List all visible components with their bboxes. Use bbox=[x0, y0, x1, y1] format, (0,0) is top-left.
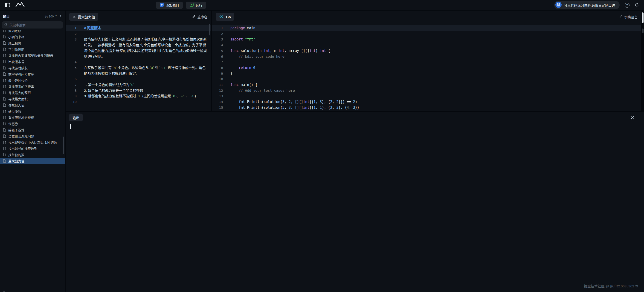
problem-line[interactable]: 5在某款手游里共有 `n` 个角色。这些角色从 `0` 到 `n-1` 进行编号… bbox=[66, 65, 211, 76]
problem-list-item[interactable]: 寻找原来的字符串 bbox=[0, 83, 65, 89]
scrollbar-thumb[interactable] bbox=[63, 137, 64, 154]
file-icon bbox=[3, 103, 6, 107]
file-icon bbox=[3, 53, 6, 57]
problem-list-item[interactable]: 最大战力值 bbox=[0, 158, 65, 164]
topbar-actions: 添加题目 运行 bbox=[156, 1, 206, 9]
sidebar-title: 题目 bbox=[3, 14, 10, 19]
problem-list-item[interactable]: 最小趋同代价 bbox=[0, 77, 65, 83]
problem-list-item[interactable]: 找出最长的神奇数列 bbox=[0, 145, 65, 152]
bell-icon[interactable] bbox=[634, 3, 639, 7]
line-text: # 问题描述 bbox=[82, 25, 211, 31]
problem-list-item[interactable]: 寻找最大值 bbox=[0, 102, 65, 108]
problem-list-item[interactable]: 线上报警 bbox=[0, 40, 65, 46]
problem-list-item-label: 线上报警 bbox=[8, 41, 21, 45]
code-line[interactable]: 6 // Edit your code here bbox=[212, 54, 641, 59]
output-tab[interactable]: 输出 bbox=[69, 114, 83, 121]
problem-list-item[interactable]: 寻找最大面积 bbox=[0, 96, 65, 102]
problem-panel: 最大战力值 重命名 1# 问题描述23疫情使得人们线下社交隔离,进而刺激了宅娱乐… bbox=[66, 10, 211, 111]
problem-list-item[interactable]: 数列还原 bbox=[0, 30, 65, 33]
problem-list-item[interactable]: 小明的书柜 bbox=[0, 33, 65, 40]
code-editor[interactable]: 1package main23import "fmt"45func soluti… bbox=[212, 23, 641, 111]
code-line[interactable]: 11func main() { bbox=[212, 82, 641, 88]
problem-list-item[interactable]: 英雄组合游戏问题 bbox=[0, 133, 65, 139]
code-line[interactable]: 14 fmt.Println(solution(3, 2, [][]int{{1… bbox=[212, 99, 641, 105]
file-icon bbox=[3, 291, 6, 292]
scrollbar-thumb[interactable] bbox=[209, 24, 210, 35]
problem-list-item[interactable]: 比较版本号 bbox=[0, 58, 65, 65]
code-line[interactable]: 2 bbox=[212, 31, 641, 37]
scrollbar-thumb[interactable] bbox=[642, 28, 644, 33]
file-icon bbox=[3, 72, 6, 76]
problem-list-item[interactable]: 有点限制地走楼梯 bbox=[0, 114, 65, 120]
problem-list-item-label: 数列还原 bbox=[8, 30, 21, 33]
output-console[interactable]: 掘金技术社区 @ 用户21063530279 bbox=[66, 123, 644, 292]
problem-sidebar: 题目 共 100 个 bbox=[0, 10, 65, 292]
file-icon bbox=[3, 66, 6, 70]
code-line[interactable]: 3import "fmt" bbox=[212, 36, 641, 42]
problem-list-item[interactable]: 寻找游戏队友 bbox=[0, 65, 65, 71]
switch-language-button[interactable]: 切换语言 bbox=[619, 14, 638, 19]
code-line[interactable]: 10 bbox=[212, 76, 641, 82]
problem-list-item[interactable]: 优惠券 bbox=[0, 120, 65, 127]
problem-list-item[interactable]: 查找重复的数 bbox=[0, 290, 65, 292]
problem-list: 数列还原小明的书柜线上报警学习新技能寻找包含斐波那契数最多的链表比较版本号寻找游… bbox=[0, 30, 65, 292]
problem-line[interactable]: 6 bbox=[66, 76, 211, 82]
code-line[interactable]: 4 bbox=[212, 42, 641, 48]
problem-list-item[interactable]: 寻找最大的葫芦 bbox=[0, 89, 65, 96]
search-input[interactable] bbox=[10, 23, 60, 27]
code-line[interactable]: 12 // Add your test cases here bbox=[212, 88, 641, 94]
sidebar-header: 题目 共 100 个 bbox=[0, 10, 65, 20]
line-number: 11 bbox=[212, 82, 228, 88]
language-tab-label: Go bbox=[226, 15, 231, 19]
rename-button[interactable]: 重命名 bbox=[192, 14, 208, 19]
file-icon bbox=[3, 159, 6, 163]
collapse-up-icon[interactable] bbox=[59, 14, 62, 18]
line-text: 3. 相邻角色的战力值差距不能超过 `1` (之间的差值可能是 `0`、`+1`… bbox=[82, 93, 211, 99]
line-text: fmt.Println(solution(5, 3, [][]int{{1, 1… bbox=[230, 105, 641, 111]
problem-list-item[interactable]: 数字字母问号排序 bbox=[0, 71, 65, 77]
help-icon[interactable]: ? bbox=[625, 3, 630, 7]
code-line[interactable]: 7 bbox=[212, 59, 641, 65]
problem-editor[interactable]: 1# 问题描述23疫情使得人们线下社交隔离,进而刺激了宅娱乐经济,令手机游戏市场… bbox=[66, 23, 211, 111]
problem-list-item-label: 寻找原来的字符串 bbox=[8, 84, 34, 89]
problem-line[interactable]: 10 bbox=[66, 99, 211, 105]
line-number: 3 bbox=[66, 36, 82, 42]
line-number: 15 bbox=[212, 105, 228, 111]
code-line[interactable]: 8 return 0 bbox=[212, 65, 641, 71]
main-area: 题目 共 100 个 bbox=[0, 10, 644, 292]
code-line[interactable]: 1package main bbox=[212, 25, 641, 31]
problem-list-item-label: 最大战力值 bbox=[8, 159, 24, 163]
line-number: 7 bbox=[212, 59, 228, 65]
line-number: 8 bbox=[212, 65, 228, 71]
problem-list-item[interactable]: 找出整型数组中占比超过 1/N 的数 bbox=[0, 139, 65, 145]
problem-list-item[interactable]: 学习新技能 bbox=[0, 46, 65, 52]
code-line[interactable]: 13 bbox=[212, 93, 641, 99]
add-problem-button[interactable]: 添加题目 bbox=[156, 1, 183, 9]
problem-line[interactable]: 2 bbox=[66, 31, 211, 37]
problem-line[interactable]: 4 bbox=[66, 59, 211, 65]
problem-list-item-label: 摇骰子游戏 bbox=[8, 128, 24, 132]
line-text: 2. 每个角色的战力值是一个非负的整数 bbox=[82, 88, 211, 94]
scrollbar-thumb[interactable] bbox=[642, 12, 644, 23]
problem-tab[interactable]: 最大战力值 bbox=[69, 13, 98, 21]
run-button[interactable]: 运行 bbox=[186, 1, 206, 9]
problem-line[interactable]: 3疫情使得人们线下社交隔离,进而刺激了宅娱乐经济,令手机游戏市场份额再次创新纪录… bbox=[66, 36, 211, 59]
problem-line[interactable]: 93. 相邻角色的战力值差距不能超过 `1` (之间的差值可能是 `0`、`+1… bbox=[66, 93, 211, 99]
code-line[interactable]: 9} bbox=[212, 71, 641, 77]
problem-list-item[interactable]: 硬币凑数 bbox=[0, 108, 65, 114]
close-icon[interactable] bbox=[631, 116, 634, 119]
promo-banner[interactable]: 分享代码练习体验,领限量定制周边 bbox=[554, 1, 620, 9]
sidebar-toggle-icon[interactable] bbox=[5, 3, 10, 7]
problem-list-item[interactable]: 找单独的数 bbox=[0, 152, 65, 158]
file-icon bbox=[3, 85, 6, 88]
problem-line[interactable]: 71. 第一个角色的初始战力值为 `0` bbox=[66, 82, 211, 88]
language-tab[interactable]: Go bbox=[216, 13, 234, 21]
problem-list-item[interactable]: 摇骰子游戏 bbox=[0, 127, 65, 133]
problem-line[interactable]: 1# 问题描述 bbox=[66, 25, 211, 31]
problem-line[interactable]: 82. 每个角色的战力值是一个非负的整数 bbox=[66, 88, 211, 94]
code-line[interactable]: 15 fmt.Println(solution(5, 3, [][]int{{1… bbox=[212, 105, 641, 111]
problem-list-item-label: 硬币凑数 bbox=[8, 109, 21, 114]
problem-list-item-label: 查找重复的数 bbox=[8, 291, 28, 292]
problem-list-item[interactable]: 寻找包含斐波那契数最多的链表 bbox=[0, 52, 65, 58]
code-line[interactable]: 5func solution(n int, m int, array [][]i… bbox=[212, 48, 641, 54]
